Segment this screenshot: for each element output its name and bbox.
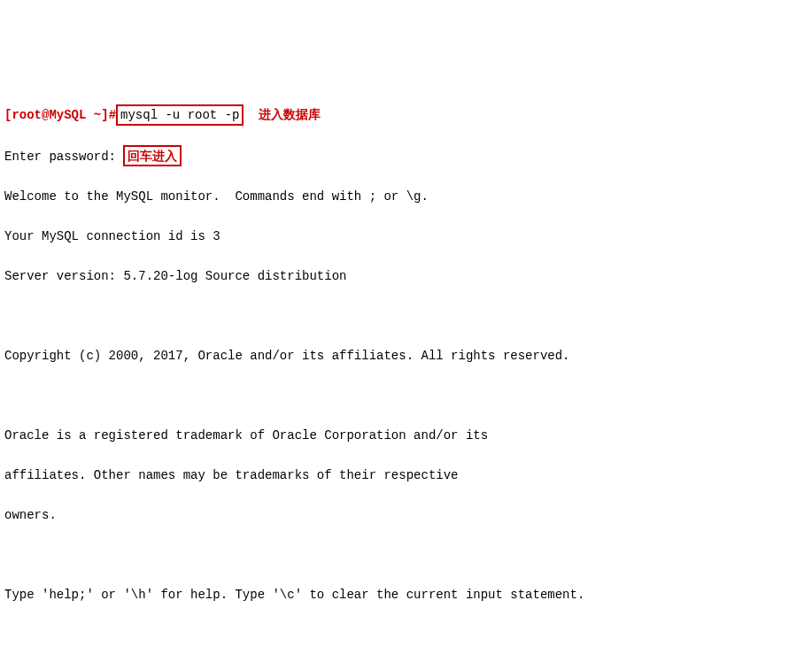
line-login: [root@MySQL ~]#mysql -u root -p 进入数据库 bbox=[4, 104, 808, 126]
ann-enter-db: 进入数据库 bbox=[259, 107, 321, 121]
line-blank4 bbox=[4, 625, 808, 645]
line-server-ver: Server version: 5.7.20-log Source distri… bbox=[4, 266, 808, 287]
cmd-mysql-login: mysql -u root -p bbox=[116, 104, 244, 126]
line-enter-password: Enter password: 回车进入 bbox=[4, 145, 808, 167]
prompt-user-host: [root@MySQL ~] bbox=[4, 108, 109, 122]
line-blank2 bbox=[4, 386, 808, 406]
text-enter-password: Enter password: bbox=[4, 150, 116, 164]
line-conn-id: Your MySQL connection id is 3 bbox=[4, 227, 808, 247]
line-oracle1: Oracle is a registered trademark of Orac… bbox=[4, 426, 808, 446]
line-blank1 bbox=[4, 306, 808, 327]
line-oracle2: affiliates. Other names may be trademark… bbox=[4, 466, 808, 486]
prompt-hash: # bbox=[109, 108, 116, 122]
line-help: Type 'help;' or '\h' for help. Type '\c'… bbox=[4, 585, 808, 605]
terminal-output: [root@MySQL ~]#mysql -u root -p 进入数据库 En… bbox=[4, 84, 808, 662]
line-welcome: Welcome to the MySQL monitor. Commands e… bbox=[4, 187, 808, 207]
line-blank3 bbox=[4, 545, 808, 566]
line-oracle3: owners. bbox=[4, 505, 808, 526]
ann-enter-pw: 回车进入 bbox=[123, 145, 182, 166]
line-copyright: Copyright (c) 2000, 2017, Oracle and/or … bbox=[4, 346, 808, 366]
